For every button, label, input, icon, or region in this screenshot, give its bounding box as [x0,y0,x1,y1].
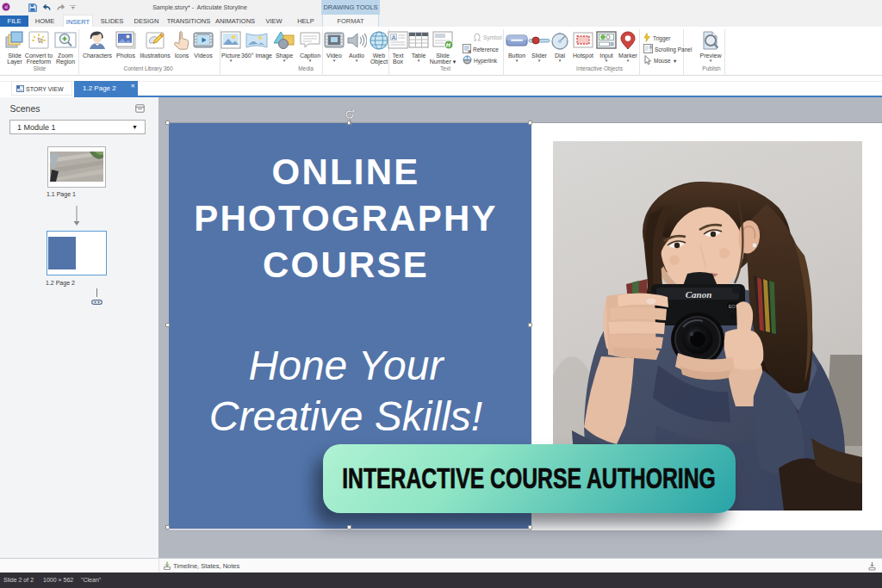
svg-text:Canon: Canon [686,289,712,300]
svg-text:sl: sl [4,5,7,9]
